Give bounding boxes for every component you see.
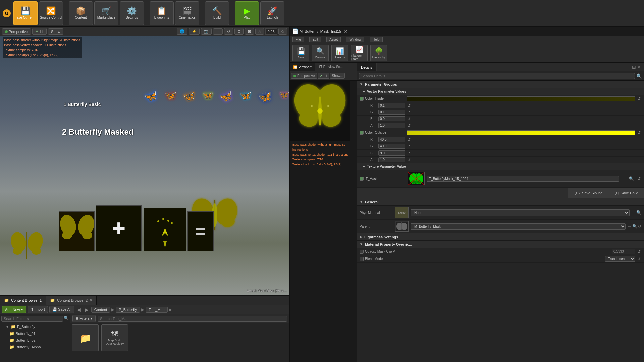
cb-tab-2[interactable]: 📁 Content Browser 2 ✕ bbox=[46, 296, 97, 305]
phys-mat-search-button[interactable]: 🔍 bbox=[636, 210, 641, 215]
search-details-input[interactable] bbox=[359, 73, 635, 79]
hierarchy-button[interactable]: 🌳 Hierarchy bbox=[370, 45, 387, 61]
color-outside-A-input[interactable] bbox=[378, 157, 405, 162]
color-outside-reset[interactable]: ↺ bbox=[637, 130, 641, 135]
color-inside-G-input[interactable] bbox=[378, 110, 405, 115]
phys-mat-arrow-button[interactable]: ← bbox=[632, 210, 636, 215]
parent-arrow-button[interactable]: ← bbox=[628, 224, 632, 229]
mp-tab-viewport[interactable]: 🎦 Viewport bbox=[290, 63, 315, 71]
nav-forward-button[interactable]: ▶ bbox=[84, 306, 90, 313]
search-folders-input[interactable] bbox=[1, 316, 63, 322]
asset-folder[interactable]: 📁 bbox=[72, 324, 99, 351]
param-color-outside-header[interactable]: Color_Outside ↺ bbox=[357, 129, 644, 136]
viewport-transform-button[interactable]: ↔ bbox=[213, 28, 223, 35]
play-button[interactable]: ▶ Play bbox=[235, 1, 259, 25]
color-inside-reset[interactable]: ↺ bbox=[637, 96, 641, 101]
opacity-mask-checkbox[interactable] bbox=[360, 250, 364, 254]
subsection-vector[interactable]: ▼ Vector Parameter Values bbox=[357, 88, 644, 95]
section-general[interactable]: ▼ General bbox=[357, 198, 644, 206]
menu-edit[interactable]: Edit bbox=[309, 37, 321, 42]
breadcrumb-content[interactable]: Content bbox=[91, 307, 110, 313]
show-button[interactable]: Show bbox=[48, 28, 63, 35]
viewport-scale-button[interactable]: ⊡ bbox=[234, 28, 244, 35]
menu-help[interactable]: Help bbox=[370, 37, 383, 42]
asset-map-build[interactable]: 🗺 Map BuildData Registry bbox=[101, 324, 128, 351]
source-control-button[interactable]: 🔀 Source Control bbox=[39, 1, 63, 25]
mp-perspective-btn[interactable]: Perspective bbox=[291, 73, 317, 79]
color-inside-R-reset[interactable]: ↺ bbox=[407, 103, 411, 108]
filters-button[interactable]: ⊞ Filters ▾ bbox=[72, 315, 96, 322]
save-sibling-button[interactable]: ⬡→ Save Sibling bbox=[568, 188, 608, 198]
breadcrumb-p-butterfly[interactable]: P_Butterfly bbox=[116, 307, 140, 313]
folder-item-p-butterfly[interactable]: ▼ 📁 P_Butterfly bbox=[0, 323, 70, 330]
search-assets-input[interactable] bbox=[98, 316, 287, 322]
color-inside-A-reset[interactable]: ↺ bbox=[407, 123, 411, 128]
color-inside-G-reset[interactable]: ↺ bbox=[407, 110, 411, 115]
save-all-button[interactable]: 💾 Save All bbox=[49, 306, 74, 313]
menu-window[interactable]: Window bbox=[346, 37, 364, 42]
viewport-snap-button[interactable]: △ bbox=[255, 28, 264, 35]
color-inside-checkbox[interactable] bbox=[360, 97, 364, 101]
mp-tab-preview-sc[interactable]: 🖼 Preview Sc... bbox=[315, 63, 346, 71]
color-outside-B-reset[interactable]: ↺ bbox=[407, 151, 411, 156]
t-mask-checkbox[interactable] bbox=[360, 177, 364, 181]
3d-viewport[interactable]: Base pass shader without light map: 51 i… bbox=[0, 36, 289, 295]
texture-name-input[interactable] bbox=[427, 176, 619, 182]
launch-button[interactable]: 🚀 Launch bbox=[260, 1, 284, 25]
folder-item-butterfly-alpha[interactable]: 📁 Butterfly_Alpha bbox=[0, 344, 70, 350]
texture-thumb-t-mask[interactable] bbox=[408, 172, 425, 185]
viewport-grid-value[interactable]: 0.25 bbox=[265, 28, 277, 35]
details-close-button[interactable]: ✕ bbox=[637, 64, 641, 70]
color-outside-R-input[interactable] bbox=[378, 137, 405, 142]
cb-tab-1[interactable]: 📁 Content Browser 1 bbox=[0, 296, 46, 305]
perspective-button[interactable]: Perspective bbox=[2, 28, 31, 35]
viewport-screenshot-button[interactable]: 📷 bbox=[201, 28, 212, 35]
parent-reset-button[interactable]: ↺ bbox=[638, 224, 641, 229]
color-outside-A-reset[interactable]: ↺ bbox=[407, 158, 411, 162]
marketplace-button[interactable]: 🛒 Marketplace bbox=[94, 1, 118, 25]
color-outside-checkbox[interactable] bbox=[360, 131, 364, 135]
opacity-mask-input[interactable] bbox=[612, 249, 635, 254]
color-inside-A-input[interactable] bbox=[378, 123, 405, 128]
section-parameter-groups[interactable]: ▼ Parameter Groups bbox=[357, 81, 644, 88]
platform-stats-button[interactable]: 📈 Platform Stats bbox=[351, 45, 368, 61]
color-outside-G-input[interactable] bbox=[378, 144, 405, 149]
blueprints-button[interactable]: 📋 Blueprints bbox=[150, 1, 174, 25]
tab-details[interactable]: Details bbox=[357, 63, 377, 71]
texture-clear-button[interactable]: ↺ bbox=[637, 176, 641, 181]
viewport-realtime-button[interactable]: ⚡ bbox=[189, 28, 200, 35]
color-outside-bar[interactable] bbox=[407, 130, 635, 135]
parent-search-button[interactable]: 🔍 bbox=[632, 224, 637, 229]
nav-back-button[interactable]: ◀ bbox=[76, 306, 82, 313]
settings-button[interactable]: ⚙️ Settings bbox=[120, 1, 144, 25]
browse-material-button[interactable]: 🔍 Browse bbox=[312, 45, 329, 61]
params-button[interactable]: 📊 Params bbox=[331, 45, 348, 61]
color-inside-B-input[interactable] bbox=[378, 116, 405, 121]
save-current-button[interactable]: 💾 ave Current bbox=[13, 1, 38, 25]
add-new-button[interactable]: Add New ▾ bbox=[2, 306, 26, 313]
menu-file[interactable]: File bbox=[292, 37, 304, 42]
viewport-options-button[interactable]: 🌐 bbox=[177, 28, 187, 35]
import-button[interactable]: ⬆ Import bbox=[28, 306, 48, 313]
viewport-rotate-button[interactable]: ↺ bbox=[224, 28, 233, 35]
color-outside-R-reset[interactable]: ↺ bbox=[407, 137, 411, 142]
section-lightmass[interactable]: ▶ Lightmass Settings bbox=[357, 233, 644, 241]
mp-show-btn[interactable]: Show... bbox=[330, 73, 345, 79]
viewport-angle-button[interactable]: ◇ bbox=[278, 28, 287, 35]
parent-dropdown[interactable]: M_Butterfly_Mask bbox=[411, 223, 626, 230]
mp-lit-btn[interactable]: ☀ Lit bbox=[318, 73, 329, 79]
color-inside-R-input[interactable] bbox=[378, 103, 405, 108]
folder-item-butterfly-02[interactable]: 📁 Butterfly_02 bbox=[0, 337, 70, 344]
section-material-property-overrides[interactable]: ▼ Material Property Overric... bbox=[357, 241, 644, 248]
folder-item-butterfly-01[interactable]: 📁 Butterfly_01 bbox=[0, 330, 70, 337]
phys-material-dropdown[interactable]: None bbox=[411, 209, 630, 216]
details-grid-view-button[interactable]: ⊞ bbox=[632, 64, 636, 70]
blend-mode-checkbox[interactable] bbox=[360, 257, 364, 261]
color-inside-B-reset[interactable]: ↺ bbox=[407, 117, 411, 121]
breadcrumb-test-map[interactable]: Test_Map bbox=[146, 307, 168, 313]
subsection-texture[interactable]: ▼ Texture Parameter Value bbox=[357, 163, 644, 170]
blend-mode-reset[interactable]: ↺ bbox=[637, 257, 641, 261]
close-button[interactable]: ✕ bbox=[344, 28, 348, 34]
texture-browse-button[interactable]: ← bbox=[621, 176, 626, 181]
cinematics-button[interactable]: 🎬 Cinematics bbox=[175, 1, 199, 25]
